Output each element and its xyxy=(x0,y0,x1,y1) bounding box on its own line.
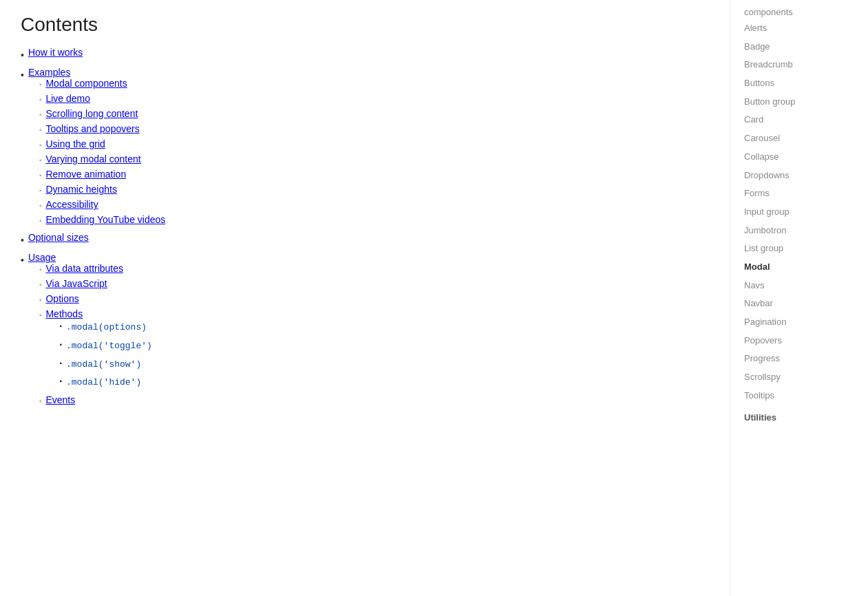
toc-sub-link[interactable]: Using the grid xyxy=(45,138,709,149)
sidebar-utilities-title: Utilities xyxy=(744,412,854,423)
toc-list: •How it works•Examples◦Modal components◦… xyxy=(21,47,709,409)
toc-sub-link[interactable]: Dynamic heights xyxy=(45,184,709,195)
sidebar-link[interactable]: Scrollspy xyxy=(744,372,781,382)
toc-sub-link[interactable]: Scrolling long content xyxy=(45,108,709,119)
sidebar-item: Navbar xyxy=(744,295,854,312)
bullet-icon: ◦ xyxy=(39,78,42,92)
sidebar-item: Carousel xyxy=(744,130,854,147)
toc-sub-sub-link[interactable]: .modal(options) xyxy=(66,319,147,337)
sidebar-link[interactable]: Navbar xyxy=(744,298,773,308)
bullet-icon: ◦ xyxy=(39,278,42,292)
list-item: ◦Live demo xyxy=(39,93,709,107)
bullet-icon: ◦ xyxy=(39,123,42,137)
toc-sub-sub-link[interactable]: .modal('hide') xyxy=(66,374,141,392)
list-item: ◦Tooltips and popovers xyxy=(39,123,709,137)
sidebar-link[interactable]: Pagination xyxy=(744,317,786,327)
main-content: Contents •How it works•Examples◦Modal co… xyxy=(0,0,730,596)
toc-sub-link[interactable]: Embedding YouTube videos xyxy=(45,214,709,225)
toc-link[interactable]: Usage xyxy=(28,252,709,263)
list-item: ◦Dynamic heights xyxy=(39,184,709,198)
bullet-icon: • xyxy=(21,67,24,84)
list-item: .modal('show') xyxy=(59,356,709,374)
list-item: ◦Via JavaScript xyxy=(39,278,709,292)
list-item: ◦Events xyxy=(39,394,709,408)
toc-sub-sub-link[interactable]: .modal('toggle') xyxy=(66,338,152,355)
toc-sub-link[interactable]: Modal components xyxy=(45,78,709,89)
bullet-icon: ◦ xyxy=(39,263,42,277)
sidebar-item: Button group xyxy=(744,94,854,111)
toc-sub-link[interactable]: Tooltips and popovers xyxy=(45,123,709,134)
toc-sub-link[interactable]: Accessibility xyxy=(45,199,709,210)
sidebar-link[interactable]: Jumbotron xyxy=(744,225,786,235)
sidebar: components AlertsBadgeBreadcrumbButtonsB… xyxy=(730,0,867,596)
toc-sub-link[interactable]: Live demo xyxy=(45,93,709,104)
sidebar-link[interactable]: Collapse xyxy=(744,151,779,162)
toc-sub-link[interactable]: Events xyxy=(45,394,709,405)
sidebar-item: List group xyxy=(744,240,854,257)
sidebar-link[interactable]: Forms xyxy=(744,188,770,198)
sidebar-link[interactable]: Tooltips xyxy=(744,390,774,401)
sidebar-link[interactable]: Breadcrumb xyxy=(744,59,793,70)
list-item: ◦Embedding YouTube videos xyxy=(39,214,709,228)
toc-link[interactable]: Examples xyxy=(28,67,709,78)
toc-link[interactable]: How it works xyxy=(28,47,709,58)
sidebar-link[interactable]: Progress xyxy=(744,353,780,363)
list-item: .modal('toggle') xyxy=(59,338,709,355)
bullet-icon: ◦ xyxy=(39,169,42,182)
toc-sub-link[interactable]: Varying modal content xyxy=(45,153,709,164)
sidebar-item: Alerts xyxy=(744,20,854,37)
bullet-icon: ◦ xyxy=(39,93,42,107)
square-bullet-icon xyxy=(59,356,62,370)
sidebar-item: Popovers xyxy=(744,332,854,350)
list-item: ◦Modal components xyxy=(39,78,709,92)
toc-sub-link[interactable]: Remove animation xyxy=(45,169,709,180)
list-item: •Usage◦Via data attributes◦Via JavaScrip… xyxy=(21,252,709,409)
sub-list: ◦Via data attributes◦Via JavaScript◦Opti… xyxy=(39,263,709,409)
sidebar-item: Navs xyxy=(744,277,854,295)
sidebar-top-label: components xyxy=(744,7,854,17)
bullet-icon: ◦ xyxy=(39,394,42,408)
page-title: Contents xyxy=(21,14,709,36)
sidebar-item: Progress xyxy=(744,350,854,368)
list-item: .modal('hide') xyxy=(59,374,709,392)
bullet-icon: • xyxy=(21,232,24,249)
toc-sub-link[interactable]: Via JavaScript xyxy=(45,278,709,289)
sidebar-link[interactable]: Dropdowns xyxy=(744,170,790,180)
list-item: .modal(options) xyxy=(59,319,709,337)
toc-sub-link[interactable]: Options xyxy=(45,293,709,304)
toc-link[interactable]: Optional sizes xyxy=(28,232,709,243)
sidebar-link[interactable]: Input group xyxy=(744,206,790,217)
sidebar-item: Tooltips xyxy=(744,387,854,405)
sidebar-item: Breadcrumb xyxy=(744,56,854,74)
sidebar-link[interactable]: Alerts xyxy=(744,23,767,33)
sidebar-link[interactable]: Navs xyxy=(744,280,765,290)
bullet-icon: ◦ xyxy=(39,153,42,167)
bullet-icon: ◦ xyxy=(39,214,42,228)
sidebar-nav-list: AlertsBadgeBreadcrumbButtonsButton group… xyxy=(744,20,854,404)
sidebar-link[interactable]: Badge xyxy=(744,41,770,52)
sidebar-item: Collapse xyxy=(744,149,854,166)
bullet-icon: ◦ xyxy=(39,293,42,307)
bullet-icon: ◦ xyxy=(39,184,42,198)
sidebar-link[interactable]: Button group xyxy=(744,96,795,107)
list-item: ◦Varying modal content xyxy=(39,153,709,167)
toc-sub-link[interactable]: Methods xyxy=(45,308,709,319)
sidebar-item: Pagination xyxy=(744,314,854,331)
sidebar-link[interactable]: Carousel xyxy=(744,133,780,143)
sidebar-item: Jumbotron xyxy=(744,222,854,240)
sidebar-link[interactable]: Card xyxy=(744,114,763,125)
sidebar-link[interactable]: List group xyxy=(744,243,783,253)
sidebar-link[interactable]: Buttons xyxy=(744,78,774,88)
sidebar-item: Scrollspy xyxy=(744,369,854,386)
list-item: ◦Using the grid xyxy=(39,138,709,152)
list-item: •Examples◦Modal components◦Live demo◦Scr… xyxy=(21,67,709,229)
toc-sub-sub-link[interactable]: .modal('show') xyxy=(66,356,141,374)
sidebar-item: Badge xyxy=(744,39,854,56)
square-bullet-icon xyxy=(59,374,62,388)
sidebar-item: Buttons xyxy=(744,75,854,92)
sidebar-link[interactable]: Modal xyxy=(744,262,770,272)
sidebar-link[interactable]: Popovers xyxy=(744,335,782,345)
toc-sub-link[interactable]: Via data attributes xyxy=(45,263,709,274)
square-bullet-icon xyxy=(59,319,62,333)
bullet-icon: ◦ xyxy=(39,108,42,122)
